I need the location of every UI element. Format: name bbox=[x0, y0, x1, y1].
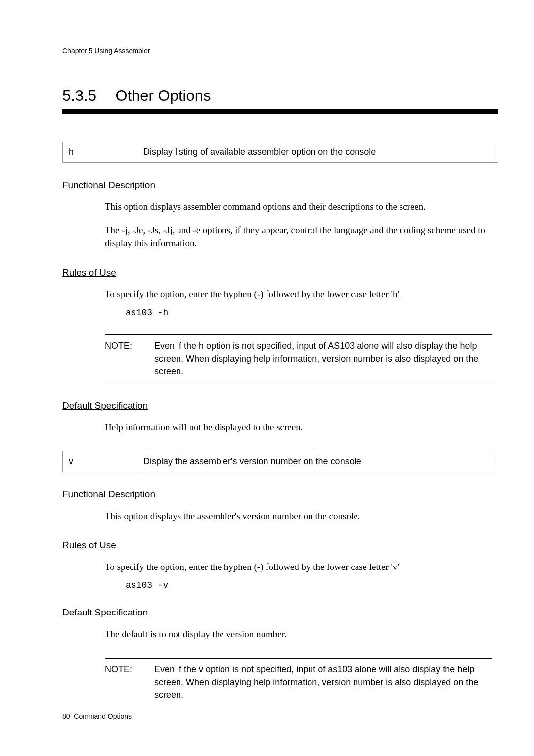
option-desc-h: Display listing of available assembler o… bbox=[137, 142, 498, 163]
note-rule-bottom bbox=[105, 707, 492, 707]
body-text: This option displays the assembler's ver… bbox=[105, 509, 492, 523]
rules-of-use-heading: Rules of Use bbox=[62, 540, 498, 551]
body-text: To specify the option, enter the hyphen … bbox=[105, 287, 492, 301]
body-text: The -j, -Je, -Js, -Jj, and -e options, i… bbox=[105, 223, 492, 250]
body-text: The default is to not display the versio… bbox=[105, 627, 492, 641]
section-number: 5.3.5 bbox=[62, 87, 96, 105]
code-sample: as103 -v bbox=[126, 580, 498, 590]
body-text: This option displays assembler command o… bbox=[105, 200, 492, 214]
note-text: Even if the h option is not specified, i… bbox=[154, 340, 492, 378]
rules-of-use-heading: Rules of Use bbox=[62, 267, 498, 278]
section-heading: 5.3.5 Other Options bbox=[62, 87, 498, 105]
footer-text: Command Options bbox=[74, 712, 132, 720]
section-title: Other Options bbox=[115, 87, 211, 105]
body-text: Help information will not be displayed t… bbox=[105, 421, 492, 434]
chapter-header: Chapter 5 Using Asssembler bbox=[62, 47, 498, 55]
document-page: Chapter 5 Using Asssembler 5.3.5 Other O… bbox=[0, 0, 534, 756]
option-flag-h: h bbox=[63, 142, 137, 163]
option-desc-v: Display the assembler's version number o… bbox=[137, 451, 498, 472]
functional-description-heading: Functional Description bbox=[62, 180, 498, 190]
code-sample: as103 -h bbox=[126, 308, 498, 318]
heading-rule bbox=[62, 109, 498, 114]
page-footer: 80 Command Options bbox=[62, 712, 132, 720]
option-table-h: h Display listing of available assembler… bbox=[62, 142, 498, 163]
option-table-v: v Display the assembler's version number… bbox=[62, 451, 498, 472]
functional-description-heading: Functional Description bbox=[62, 489, 498, 500]
note-block-h: NOTE: Even if the h option is not specif… bbox=[105, 334, 492, 383]
page-number: 80 bbox=[62, 712, 70, 720]
note-text: Even if the v option is not specified, i… bbox=[154, 663, 492, 702]
note-rule-bottom bbox=[105, 383, 492, 383]
table-row: v Display the assembler's version number… bbox=[63, 451, 498, 472]
body-text: To specify the option, enter the hyphen … bbox=[105, 560, 492, 574]
table-row: h Display listing of available assembler… bbox=[63, 142, 498, 163]
default-specification-heading: Default Specification bbox=[62, 400, 498, 411]
note-label: NOTE: bbox=[105, 340, 154, 378]
note-label: NOTE: bbox=[105, 663, 154, 702]
note-block-v: NOTE: Even if the v option is not specif… bbox=[105, 658, 492, 707]
default-specification-heading: Default Specification bbox=[62, 607, 498, 618]
option-flag-v: v bbox=[63, 451, 137, 472]
